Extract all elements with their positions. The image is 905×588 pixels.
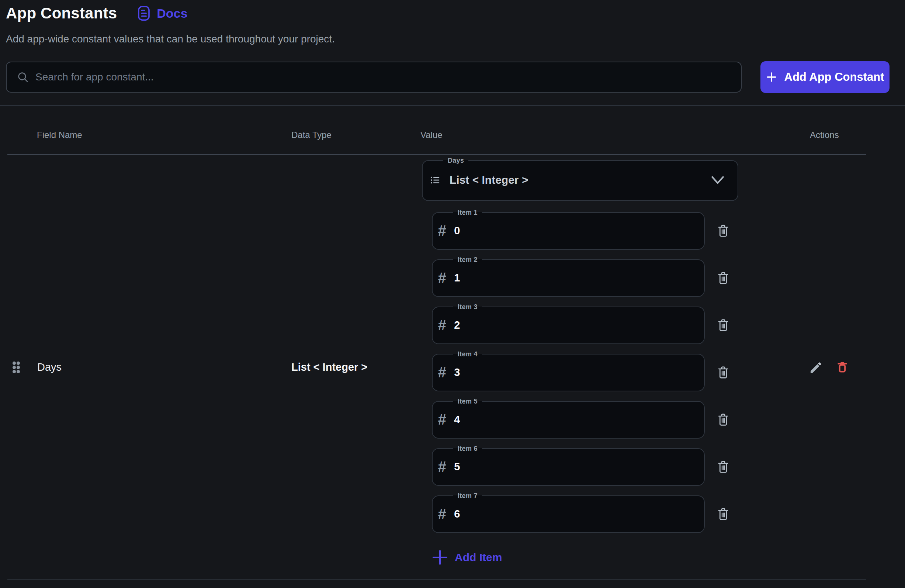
item-label: Item 6: [453, 445, 482, 453]
number-hash-icon: #: [438, 364, 446, 381]
number-hash-icon: #: [438, 411, 446, 428]
page-title: App Constants: [6, 5, 117, 22]
page-subtitle: Add app-wide constant values that can be…: [6, 33, 899, 45]
delete-item-button[interactable]: [716, 507, 730, 521]
trash-icon: [716, 365, 730, 380]
header-actions: Actions: [797, 130, 866, 140]
number-hash-icon: #: [438, 270, 446, 286]
item-label: Item 4: [453, 350, 482, 358]
item-value-input[interactable]: Item 6 # 5: [432, 445, 705, 486]
list-item-row: Item 3 # 2: [432, 303, 797, 344]
number-hash-icon: #: [438, 317, 446, 334]
trash-red-icon: [836, 360, 849, 375]
item-value-input[interactable]: Item 4 # 3: [432, 350, 705, 391]
edit-row-button[interactable]: [809, 360, 824, 375]
item-value-input[interactable]: Item 2 # 1: [432, 256, 705, 297]
add-app-constant-button[interactable]: Add App Constant: [761, 61, 889, 93]
delete-item-button[interactable]: [716, 318, 730, 332]
item-label: Item 2: [453, 256, 482, 264]
search-icon: [17, 71, 29, 83]
search-input[interactable]: [35, 71, 730, 83]
search-box: [6, 62, 741, 92]
item-label: Item 3: [453, 303, 482, 311]
trash-icon: [716, 318, 730, 332]
list-item-row: Item 1 # 0: [432, 208, 797, 250]
trash-icon: [716, 412, 730, 427]
pencil-icon: [809, 360, 824, 375]
trash-icon: [716, 459, 730, 474]
delete-item-button[interactable]: [716, 223, 730, 238]
header-field-name: Field Name: [7, 130, 291, 140]
data-type-label: List < Integer >: [291, 361, 421, 373]
delete-row-button[interactable]: [836, 360, 849, 375]
add-app-constant-label: Add App Constant: [784, 70, 884, 84]
delete-item-button[interactable]: [716, 412, 730, 427]
item-value-text: 0: [454, 225, 460, 237]
delete-item-button[interactable]: [716, 270, 730, 285]
delete-item-button[interactable]: [716, 365, 730, 380]
field-name-cell: Days: [7, 361, 291, 373]
dropdown-content: List < Integer >: [422, 165, 738, 195]
value-editor: Days List < Integer >: [421, 155, 797, 580]
toolbar: Add App Constant: [6, 61, 889, 93]
trash-icon: [716, 223, 730, 238]
chevron-down-icon: [710, 175, 725, 185]
table-row: Days List < Integer > Days List: [7, 155, 866, 580]
item-value-text: 3: [454, 366, 460, 378]
list-item-row: Item 4 # 3: [432, 350, 797, 391]
table-header-row: Field Name Data Type Value Actions: [7, 106, 866, 154]
field-name-label: Days: [37, 361, 62, 373]
add-item-plus-icon: [431, 548, 449, 566]
item-value-input[interactable]: Item 5 # 4: [432, 397, 705, 439]
item-value-text: 2: [454, 319, 460, 331]
item-label: Item 7: [453, 492, 482, 500]
docs-icon: [138, 6, 150, 21]
list-item-row: Item 5 # 4: [432, 397, 797, 439]
add-item-label: Add Item: [455, 551, 502, 564]
item-value-text: 1: [454, 272, 460, 284]
list-icon: [430, 175, 441, 186]
item-value-text: 6: [454, 508, 460, 520]
list-type-dropdown[interactable]: Days List < Integer >: [422, 156, 738, 201]
dropdown-selected-value: List < Integer >: [449, 174, 710, 186]
docs-link[interactable]: Docs: [138, 6, 187, 21]
header-value: Value: [421, 130, 797, 140]
list-item-row: Item 6 # 5: [432, 445, 797, 486]
item-value-input[interactable]: Item 3 # 2: [432, 303, 705, 344]
trash-icon: [716, 270, 730, 285]
dropdown-field-label: Days: [443, 156, 468, 165]
table-bottom-divider: [7, 580, 866, 580]
item-value-input[interactable]: Item 7 # 6: [432, 492, 705, 533]
item-label: Item 5: [453, 397, 482, 405]
list-item-row: Item 7 # 6: [432, 492, 797, 533]
delete-item-button[interactable]: [716, 459, 730, 474]
page-header: App Constants Docs: [0, 0, 905, 22]
header-data-type: Data Type: [291, 130, 421, 140]
number-hash-icon: #: [438, 222, 446, 239]
plus-icon: [766, 72, 777, 83]
drag-handle[interactable]: [12, 361, 20, 373]
list-item-row: Item 2 # 1: [432, 256, 797, 297]
item-label: Item 1: [453, 208, 482, 216]
item-value-text: 4: [454, 413, 460, 426]
docs-link-label: Docs: [157, 6, 187, 21]
add-item-button[interactable]: Add Item: [431, 548, 502, 566]
number-hash-icon: #: [438, 506, 446, 522]
number-hash-icon: #: [438, 459, 446, 475]
constants-table: Field Name Data Type Value Actions Days …: [7, 106, 866, 580]
trash-icon: [716, 507, 730, 521]
row-actions-cell: [797, 360, 866, 375]
item-value-text: 5: [454, 461, 460, 473]
item-value-input[interactable]: Item 1 # 0: [432, 208, 705, 250]
